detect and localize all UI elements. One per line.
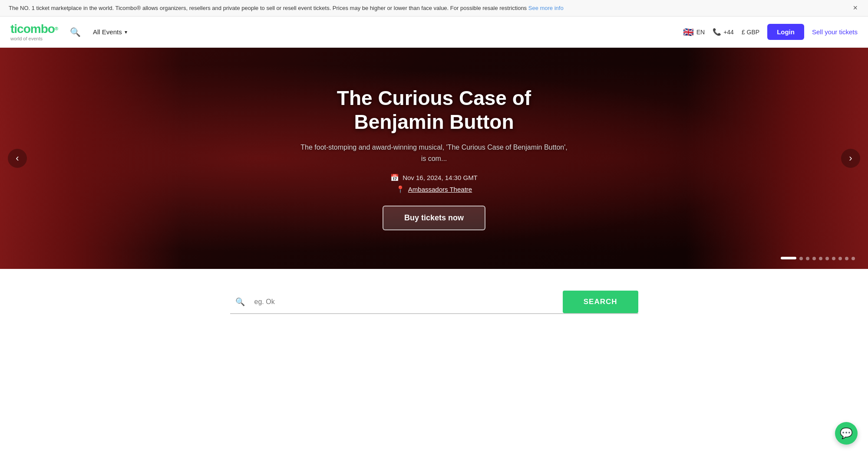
buy-tickets-button[interactable]: Buy tickets now <box>383 206 485 230</box>
login-button[interactable]: Login <box>767 24 804 40</box>
carousel-next-button[interactable]: › <box>841 149 860 168</box>
hero-description: The foot-stomping and award-winning musi… <box>300 142 569 164</box>
search-icon: 🔍 <box>70 27 81 37</box>
all-events-dropdown[interactable]: All Events ▾ <box>89 26 131 38</box>
phone-icon: 📞 <box>713 28 721 36</box>
hero-meta: 📅 Nov 16, 2024, 14:30 GMT 📍 Ambassadors … <box>300 173 569 193</box>
all-events-label: All Events <box>93 28 122 36</box>
hero-title: The Curious Case of Benjamin Button <box>300 86 569 134</box>
phone-selector[interactable]: 📞 +44 <box>713 28 734 36</box>
header-search-button[interactable]: 🔍 <box>70 27 81 37</box>
logo-subtitle: world of events <box>10 36 43 41</box>
search-icon-wrap: 🔍 <box>230 291 250 313</box>
carousel-dot-3[interactable] <box>806 257 809 260</box>
search-bar: 🔍 SEARCH <box>230 291 638 314</box>
carousel-dot-5[interactable] <box>819 257 822 260</box>
calendar-icon: 📅 <box>390 173 399 182</box>
logo-link[interactable]: ticombo® world of events <box>10 23 58 41</box>
carousel-dot-2[interactable] <box>799 257 803 260</box>
site-header: ticombo® world of events 🔍 All Events ▾ … <box>0 16 868 48</box>
language-label: EN <box>696 29 705 36</box>
logo-text: ticombo <box>10 23 55 35</box>
carousel-dot-10[interactable] <box>851 257 855 260</box>
hero-date: 📅 Nov 16, 2024, 14:30 GMT <box>390 173 478 182</box>
carousel-dot-9[interactable] <box>845 257 848 260</box>
carousel-dots <box>781 257 855 260</box>
banner-main-text: The NO. 1 ticket marketplace in the worl… <box>9 5 527 11</box>
phone-number: +44 <box>723 29 734 36</box>
carousel-prev-button[interactable]: ‹ <box>8 149 27 168</box>
search-icon: 🔍 <box>235 297 245 307</box>
banner-close-button[interactable]: × <box>851 3 859 13</box>
chevron-left-icon: ‹ <box>16 153 19 164</box>
flag-icon: 🇬🇧 <box>683 27 694 37</box>
carousel-dot-6[interactable] <box>825 257 829 260</box>
chevron-down-icon: ▾ <box>125 29 127 35</box>
carousel-dot-7[interactable] <box>832 257 835 260</box>
carousel-dot-4[interactable] <box>812 257 816 260</box>
logo: ticombo® <box>10 23 58 35</box>
carousel-dot-8[interactable] <box>838 257 842 260</box>
location-icon: 📍 <box>396 185 405 193</box>
hero-venue: 📍 Ambassadors Theatre <box>396 185 472 193</box>
logo-reg: ® <box>55 26 58 31</box>
banner-text: The NO. 1 ticket marketplace in the worl… <box>9 5 847 11</box>
search-input[interactable] <box>250 291 559 313</box>
banner-link[interactable]: See more info <box>528 5 564 11</box>
language-selector[interactable]: 🇬🇧 EN <box>683 27 705 37</box>
chevron-right-icon: › <box>849 153 852 164</box>
currency-selector[interactable]: £ GBP <box>742 29 759 36</box>
top-banner: The NO. 1 ticket marketplace in the worl… <box>0 0 868 16</box>
hero-carousel: ‹ The Curious Case of Benjamin Button Th… <box>0 48 868 269</box>
search-button[interactable]: SEARCH <box>563 291 638 313</box>
header-right: 🇬🇧 EN 📞 +44 £ GBP Login Sell your ticket… <box>683 24 858 40</box>
search-section: 🔍 SEARCH <box>0 269 868 340</box>
carousel-dot-1[interactable] <box>781 257 796 259</box>
hero-date-text: Nov 16, 2024, 14:30 GMT <box>403 174 478 181</box>
curtain-right <box>686 48 868 269</box>
curtain-left <box>0 48 182 269</box>
hero-content: The Curious Case of Benjamin Button The … <box>291 86 578 231</box>
venue-link[interactable]: Ambassadors Theatre <box>408 186 472 193</box>
sell-tickets-link[interactable]: Sell your tickets <box>812 28 858 36</box>
